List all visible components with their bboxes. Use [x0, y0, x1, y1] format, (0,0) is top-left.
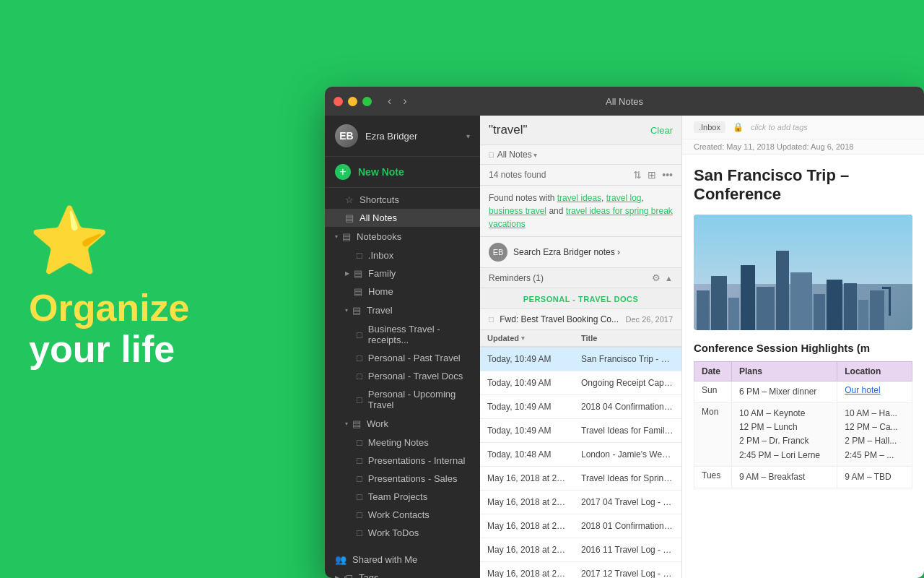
note-icon-7: □	[357, 473, 362, 484]
building-3	[728, 298, 739, 330]
sidebar-item-personal-past[interactable]: □ Personal - Past Travel	[325, 349, 480, 367]
sidebar-item-all-notes[interactable]: ▤ All Notes	[325, 209, 480, 227]
sidebar-item-inbox[interactable]: □ .Inbox	[325, 246, 480, 264]
note-title-9: 2017 12 Travel Log - Maui	[574, 566, 681, 578]
note-icon-10: □	[357, 527, 362, 538]
reminder-notebook-label: PERSONAL - TRAVEL DOCS	[523, 295, 639, 303]
sort-icon[interactable]: ⇅	[633, 169, 642, 181]
search-user-avatar: EB	[489, 243, 507, 262]
note-tags-placeholder[interactable]: click to add tags	[751, 123, 808, 131]
note-title: San Francisco Trip – Conference	[694, 166, 912, 204]
sidebar-item-work-contacts[interactable]: □ Work Contacts	[325, 506, 480, 524]
clear-search-button[interactable]: Clear	[650, 125, 673, 136]
location-cell-0: Our hotel	[837, 381, 912, 402]
minimize-button[interactable]	[348, 97, 357, 106]
note-title-0: San Francisco Trip - Conferen...	[574, 352, 681, 366]
inbox-icon: □	[357, 250, 362, 261]
table-row[interactable]: Today, 10:49 AM San Francisco Trip - Con…	[480, 348, 681, 371]
note-detail-header: .Inbox 🔒 click to add tags	[682, 116, 924, 139]
nav-forward-button[interactable]: ›	[398, 93, 411, 109]
notebooks-header[interactable]: ▾ ▤ Notebooks	[325, 227, 480, 246]
nav-arrows: ‹ ›	[383, 93, 411, 109]
col-title-header[interactable]: Title	[574, 330, 681, 346]
reminder-item-date: Dec 26, 2017	[626, 315, 673, 324]
tags-triangle-icon: ▶	[335, 574, 339, 578]
search-scope[interactable]: □ All Notes ▾	[480, 145, 681, 165]
presentations-sales-label: Presentations - Sales	[368, 473, 470, 484]
search-bar: "travel" Clear	[480, 116, 681, 145]
notes-rows: Today, 10:49 AM San Francisco Trip - Con…	[480, 348, 681, 578]
note-updated-9: May 16, 2018 at 2:07 PM	[480, 566, 574, 578]
sidebar-item-presentations-internal[interactable]: □ Presentations - Internal	[325, 452, 480, 470]
table-row[interactable]: May 16, 2018 at 2:15 PM 2017 04 Travel L…	[480, 491, 681, 514]
user-row[interactable]: EB Ezra Bridger ▾	[325, 116, 480, 157]
sidebar-item-shortcuts[interactable]: ☆ Shortcuts	[325, 191, 480, 209]
work-todos-label: Work ToDos	[368, 527, 470, 538]
table-row[interactable]: May 16, 2018 at 2:20 PM Travel Ideas for…	[480, 467, 681, 491]
search-user-row[interactable]: EB Search Ezra Bridger notes ›	[480, 237, 681, 268]
reminders-collapse-icon[interactable]: ▲	[665, 274, 673, 282]
table-row[interactable]: May 16, 2018 at 2:07 PM 2016 11 Travel L…	[480, 538, 681, 562]
notebooks-triangle-icon: ▾	[335, 233, 338, 240]
tag-link-3[interactable]: business travel	[489, 206, 546, 216]
tag-link-1[interactable]: travel ideas	[557, 193, 601, 203]
note-updated-2: Today, 10:49 AM	[480, 400, 574, 414]
avatar: EB	[335, 124, 358, 147]
presentations-internal-label: Presentations - Internal	[368, 455, 470, 466]
table-row[interactable]: Today, 10:48 AM London - Jamie's Wedding	[480, 443, 681, 467]
notes-table: Updated ▾ Title Today, 10:49 AM San Fran…	[480, 330, 681, 578]
sidebar-item-travel[interactable]: ▾ ▤ Travel	[325, 301, 480, 320]
family-label: Family	[368, 268, 470, 279]
star-icon: ⭐	[29, 208, 296, 273]
table-row[interactable]: Today, 10:49 AM Travel Ideas for Family …	[480, 419, 681, 443]
travel-notebook-icon: ▤	[352, 305, 361, 316]
travel-triangle-icon: ▾	[345, 307, 348, 314]
new-note-button[interactable]: + New Note	[325, 157, 480, 188]
note-icon-4: □	[357, 394, 362, 405]
sidebar-item-personal-travel-docs[interactable]: □ Personal - Travel Docs	[325, 367, 480, 385]
maximize-button[interactable]	[362, 97, 372, 106]
scope-label: All Notes	[497, 150, 532, 160]
notes-toolbar: 14 notes found ⇅ ⊞ •••	[480, 165, 681, 186]
app-content: EB Ezra Bridger ▾ + New Note ☆ Shortcuts…	[325, 116, 924, 578]
table-header: Updated ▾ Title	[480, 330, 681, 348]
date-cell-1: Mon	[694, 402, 732, 466]
plans-cell-1: 10 AM – Keynote12 PM – Lunch2 PM – Dr. F…	[731, 402, 837, 466]
tags-icon: 🏷	[344, 572, 353, 578]
sidebar-item-presentations-sales[interactable]: □ Presentations - Sales	[325, 470, 480, 488]
sidebar-item-shared[interactable]: 👥 Shared with Me	[325, 551, 480, 569]
building-2	[711, 276, 727, 330]
table-row[interactable]: May 16, 2018 at 2:13 PM 2018 01 Confirma…	[480, 514, 681, 538]
table-row[interactable]: Today, 10:49 AM Ongoing Receipt Captures…	[480, 371, 681, 395]
reminder-item[interactable]: □ Fwd: Best Travel Booking Co... Dec 26,…	[480, 309, 681, 330]
street-lamp	[889, 287, 891, 316]
sidebar-item-tags[interactable]: ▶ 🏷 Tags	[325, 569, 480, 578]
note-title-3: Travel Ideas for Family Road T...	[574, 423, 681, 438]
nav-back-button[interactable]: ‹	[383, 93, 396, 109]
more-options-icon[interactable]: •••	[662, 169, 673, 181]
building-1	[697, 290, 710, 330]
shared-label: Shared with Me	[352, 554, 470, 565]
sidebar-item-personal-upcoming[interactable]: □ Personal - Upcoming Travel	[325, 385, 480, 414]
tag-link-2[interactable]: travel log	[606, 193, 642, 203]
reminder-item-text: Fwd: Best Travel Booking Co...	[500, 314, 625, 324]
sidebar-item-business-travel[interactable]: □ Business Travel - receipts...	[325, 320, 480, 349]
col-updated-header[interactable]: Updated ▾	[480, 330, 574, 346]
tagline-life: your life	[29, 329, 296, 370]
table-header-date: Date	[694, 361, 732, 381]
sidebar-item-meeting-notes[interactable]: □ Meeting Notes	[325, 434, 480, 452]
location-link-0[interactable]: Our hotel	[845, 385, 880, 395]
close-button[interactable]	[334, 97, 343, 106]
building-5	[757, 287, 775, 330]
sidebar-item-team-projects[interactable]: □ Team Projects	[325, 488, 480, 506]
sidebar-item-family[interactable]: ▶ ▤ Family	[325, 264, 480, 282]
reminders-gear-icon[interactable]: ⚙	[652, 272, 661, 283]
sidebar-item-work-todos[interactable]: □ Work ToDos	[325, 524, 480, 542]
table-row[interactable]: May 16, 2018 at 2:07 PM 2017 12 Travel L…	[480, 562, 681, 578]
window-title: All Notes	[606, 96, 643, 107]
sidebar-item-home[interactable]: ▤ Home	[325, 282, 480, 301]
table-row[interactable]: Today, 10:49 AM 2018 04 Confirmations fo…	[480, 395, 681, 419]
view-toggle-icon[interactable]: ⊞	[648, 169, 656, 181]
note-inbox-badge: .Inbox	[694, 121, 725, 133]
sidebar-item-work[interactable]: ▾ ▤ Work	[325, 414, 480, 434]
